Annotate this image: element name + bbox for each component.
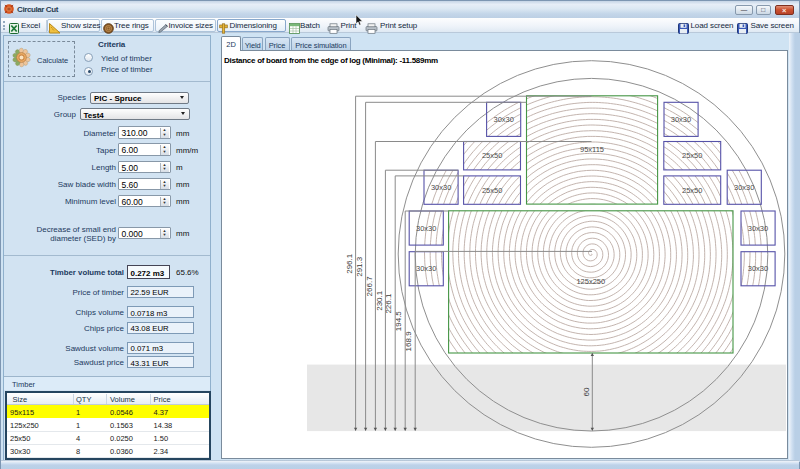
svg-text:291.3: 291.3	[355, 256, 364, 277]
svg-text:25x50: 25x50	[482, 151, 502, 160]
svg-text:266.7: 266.7	[365, 276, 374, 297]
svg-text:226.1: 226.1	[384, 293, 393, 314]
svg-text:30x30: 30x30	[416, 224, 436, 233]
svg-text:125x250: 125x250	[576, 277, 605, 286]
svg-text:25x50: 25x50	[682, 151, 702, 160]
svg-text:60: 60	[582, 387, 591, 396]
svg-text:95x115: 95x115	[580, 145, 604, 154]
svg-text:30x30: 30x30	[493, 115, 513, 124]
svg-text:30x30: 30x30	[748, 264, 768, 273]
svg-text:30x30: 30x30	[416, 264, 436, 273]
svg-text:30x30: 30x30	[748, 224, 768, 233]
svg-text:194.5: 194.5	[394, 311, 403, 332]
svg-text:30x30: 30x30	[431, 183, 451, 192]
svg-text:296.1: 296.1	[345, 253, 354, 274]
svg-text:30x30: 30x30	[734, 183, 754, 192]
svg-text:230.1: 230.1	[375, 290, 384, 311]
svg-text:25x50: 25x50	[682, 186, 702, 195]
svg-text:30x30: 30x30	[671, 115, 691, 124]
svg-text:168.9: 168.9	[404, 331, 413, 352]
svg-text:25x50: 25x50	[482, 186, 502, 195]
